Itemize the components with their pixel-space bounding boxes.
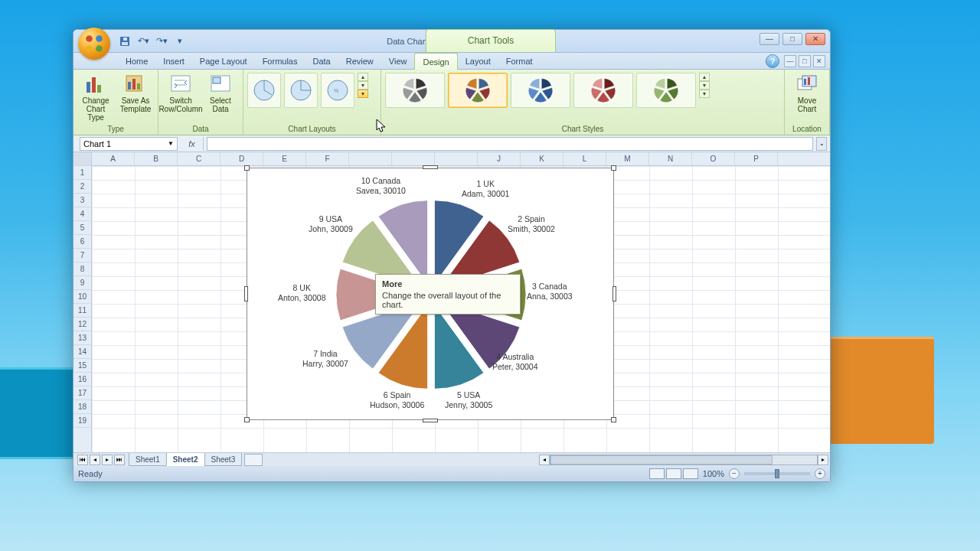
column-header[interactable]: F bbox=[306, 152, 349, 165]
redo-icon[interactable]: ↷▾ bbox=[155, 34, 168, 48]
insert-sheet-button[interactable] bbox=[244, 454, 263, 466]
row-header[interactable]: 3 bbox=[74, 194, 91, 207]
row-header[interactable]: 10 bbox=[74, 290, 91, 304]
view-normal-icon[interactable] bbox=[649, 468, 665, 479]
row-header[interactable]: 14 bbox=[74, 345, 91, 359]
column-header[interactable]: M bbox=[606, 152, 649, 165]
formula-input[interactable] bbox=[207, 137, 813, 151]
row-header[interactable]: 17 bbox=[74, 386, 91, 400]
undo-icon[interactable]: ↶▾ bbox=[136, 34, 150, 48]
column-header[interactable]: K bbox=[521, 152, 564, 165]
view-page-layout-icon[interactable] bbox=[666, 468, 681, 479]
gallery-more-button[interactable]: ▾ bbox=[358, 90, 368, 98]
save-as-template-button[interactable]: Save As Template bbox=[116, 72, 155, 115]
row-header[interactable]: 15 bbox=[74, 359, 91, 373]
doc-restore-button[interactable]: □ bbox=[799, 55, 811, 67]
column-header[interactable]: P bbox=[735, 152, 778, 165]
column-header[interactable] bbox=[392, 152, 435, 165]
row-header[interactable]: 7 bbox=[74, 249, 91, 262]
row-header[interactable]: 16 bbox=[74, 373, 91, 386]
tab-view[interactable]: View bbox=[381, 53, 415, 70]
zoom-in-button[interactable]: + bbox=[815, 468, 825, 479]
tab-insert[interactable]: Insert bbox=[155, 53, 192, 70]
gallery-scroll-up[interactable]: ▴ bbox=[699, 73, 710, 81]
sheet-nav-first[interactable]: ⏮ bbox=[77, 455, 88, 465]
zoom-level[interactable]: 100% bbox=[703, 469, 724, 478]
chart-style-option[interactable] bbox=[511, 73, 570, 108]
sheet-nav-prev[interactable]: ◂ bbox=[90, 455, 100, 465]
switch-row-column-button[interactable]: Switch Row/Column bbox=[162, 72, 200, 115]
sheet-tab[interactable]: Sheet1 bbox=[129, 453, 167, 466]
minimize-button[interactable]: — bbox=[760, 33, 779, 45]
row-header[interactable]: 9 bbox=[74, 276, 91, 290]
resize-handle[interactable] bbox=[612, 286, 616, 302]
resize-handle[interactable] bbox=[423, 165, 438, 169]
resize-handle[interactable] bbox=[423, 419, 438, 422]
row-header[interactable]: 12 bbox=[74, 318, 91, 331]
tab-design[interactable]: Design bbox=[414, 53, 457, 70]
expand-formula-bar[interactable]: ⌄ bbox=[816, 137, 827, 151]
sheet-nav-last[interactable]: ⏭ bbox=[114, 455, 125, 465]
row-header[interactable]: 8 bbox=[74, 262, 91, 276]
column-header[interactable]: D bbox=[220, 152, 263, 165]
row-header[interactable]: 6 bbox=[74, 235, 91, 249]
chart-style-option-selected[interactable] bbox=[448, 73, 508, 108]
gallery-scroll-down[interactable]: ▾ bbox=[358, 81, 368, 90]
move-chart-button[interactable]: Move Chart bbox=[788, 72, 826, 115]
tab-data[interactable]: Data bbox=[305, 53, 338, 70]
gallery-scroll-up[interactable]: ▴ bbox=[358, 73, 368, 81]
resize-handle[interactable] bbox=[244, 417, 250, 422]
select-data-button[interactable]: Select Data bbox=[201, 72, 240, 115]
chart-style-option[interactable] bbox=[385, 73, 445, 108]
office-button[interactable] bbox=[78, 28, 110, 60]
zoom-slider[interactable] bbox=[744, 472, 810, 475]
cell-area[interactable]: 1 UKAdam, 300012 SpainSmith, 300023 Cana… bbox=[92, 166, 830, 452]
tab-formulas[interactable]: Formulas bbox=[255, 53, 305, 70]
column-header[interactable]: B bbox=[135, 152, 178, 165]
close-button[interactable]: ✕ bbox=[805, 33, 825, 45]
column-header[interactable] bbox=[435, 152, 478, 165]
sheet-tab[interactable]: Sheet3 bbox=[204, 453, 243, 466]
tab-review[interactable]: Review bbox=[338, 53, 381, 70]
chart-style-option[interactable] bbox=[636, 73, 696, 108]
column-header[interactable] bbox=[349, 152, 392, 165]
view-page-break-icon[interactable] bbox=[683, 468, 698, 479]
column-header[interactable]: L bbox=[564, 152, 606, 165]
name-box[interactable]: Chart 1▼ bbox=[80, 137, 178, 151]
resize-handle[interactable] bbox=[611, 417, 616, 422]
row-header[interactable]: 19 bbox=[74, 414, 91, 428]
tab-page-layout[interactable]: Page Layout bbox=[192, 53, 255, 70]
maximize-button[interactable]: □ bbox=[782, 33, 802, 45]
gallery-scroll-down[interactable]: ▾ bbox=[699, 81, 710, 90]
zoom-out-button[interactable]: − bbox=[729, 468, 740, 479]
column-header[interactable]: E bbox=[263, 152, 306, 165]
sheet-nav-next[interactable]: ▸ bbox=[102, 455, 113, 465]
row-header[interactable]: 11 bbox=[74, 304, 91, 318]
row-header[interactable]: 13 bbox=[74, 331, 91, 345]
column-header[interactable]: A bbox=[92, 152, 135, 165]
resize-handle[interactable] bbox=[244, 286, 248, 302]
column-header[interactable]: O bbox=[692, 152, 735, 165]
column-header[interactable]: C bbox=[178, 152, 220, 165]
sheet-tab-active[interactable]: Sheet2 bbox=[166, 453, 205, 466]
resize-handle[interactable] bbox=[611, 165, 616, 171]
chart-layout-option[interactable]: % bbox=[321, 73, 354, 108]
row-header[interactable]: 5 bbox=[74, 221, 91, 235]
tab-layout[interactable]: Layout bbox=[458, 53, 498, 70]
chart-layout-option[interactable] bbox=[247, 73, 281, 108]
save-icon[interactable] bbox=[118, 34, 132, 48]
doc-minimize-button[interactable]: — bbox=[784, 55, 796, 67]
resize-handle[interactable] bbox=[244, 165, 250, 171]
chart-style-option[interactable] bbox=[573, 73, 633, 108]
help-icon[interactable]: ? bbox=[766, 54, 779, 68]
column-header[interactable]: J bbox=[478, 152, 521, 165]
row-header[interactable]: 1 bbox=[74, 166, 91, 180]
qat-customize-icon[interactable]: ▾ bbox=[173, 34, 187, 48]
row-header[interactable]: 2 bbox=[74, 180, 91, 194]
fx-icon[interactable]: fx bbox=[181, 137, 204, 151]
tab-format[interactable]: Format bbox=[498, 53, 541, 70]
change-chart-type-button[interactable]: Change Chart Type bbox=[77, 72, 115, 123]
column-header[interactable]: N bbox=[649, 152, 692, 165]
row-header[interactable]: 4 bbox=[74, 207, 91, 221]
tab-home[interactable]: Home bbox=[118, 53, 155, 70]
